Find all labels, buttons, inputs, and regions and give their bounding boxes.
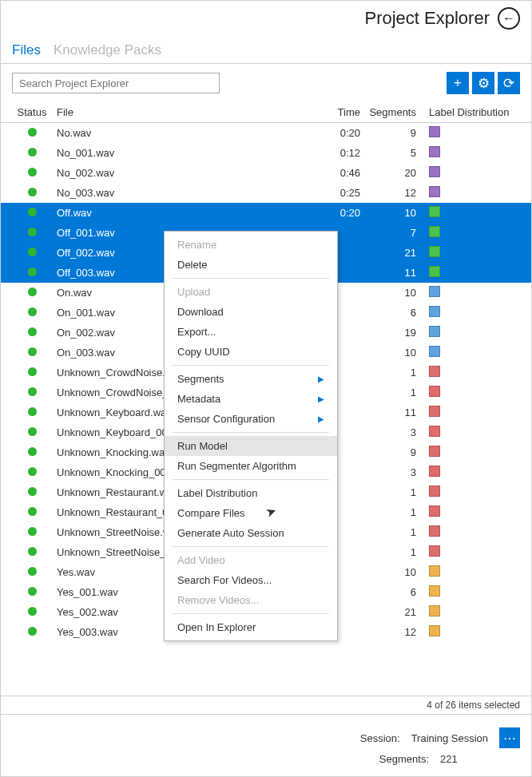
cell-file: No_003.wav	[52, 187, 312, 199]
col-header-label[interactable]: Label Distribution	[424, 106, 520, 118]
status-dot-icon	[28, 307, 37, 316]
col-header-segments[interactable]: Segments	[360, 106, 424, 118]
settings-button[interactable]: ⚙	[472, 72, 494, 94]
context-menu-separator	[173, 365, 329, 366]
label-swatch-icon	[429, 505, 440, 517]
cell-segments: 1	[360, 546, 424, 558]
status-dot-icon	[28, 128, 37, 137]
cell-segments: 6	[360, 586, 424, 598]
status-dot-icon	[28, 347, 37, 356]
status-dot-icon	[28, 367, 37, 376]
status-dot-icon	[28, 148, 37, 157]
context-menu-item[interactable]: Segments▶	[165, 369, 337, 389]
context-menu-label: Upload	[177, 286, 210, 298]
col-header-status[interactable]: Status	[12, 106, 52, 118]
session-more-button[interactable]: ⋯	[499, 727, 520, 748]
context-menu[interactable]: RenameDeleteUploadDownloadExport...Copy …	[164, 231, 338, 641]
label-swatch-icon	[429, 126, 440, 137]
context-menu-item[interactable]: Run Segmenter Algorithm	[165, 456, 337, 476]
context-menu-item[interactable]: Delete	[165, 255, 337, 275]
status-dot-icon	[28, 228, 37, 236]
chevron-right-icon: ▶	[318, 414, 324, 423]
cell-file: No_001.wav	[52, 147, 312, 159]
label-swatch-icon	[429, 226, 440, 237]
label-swatch-icon	[429, 246, 440, 257]
cell-segments: 12	[360, 626, 424, 638]
cell-segments: 9	[360, 446, 424, 458]
context-menu-item[interactable]: Compare Files	[165, 503, 337, 523]
header: Project Explorer ←	[1, 1, 531, 36]
refresh-button[interactable]: ⟳	[498, 72, 520, 94]
col-header-time[interactable]: Time	[312, 106, 360, 118]
col-header-file[interactable]: File	[52, 106, 312, 118]
cell-time: 0:25	[312, 187, 360, 199]
context-menu-item[interactable]: Sensor Configuration▶	[165, 409, 337, 429]
cell-segments: 20	[360, 167, 424, 179]
session-label: Session:	[360, 732, 400, 744]
table-row[interactable]: Off.wav0:2010	[1, 203, 531, 223]
cell-segments: 5	[360, 147, 424, 159]
cell-segments: 10	[360, 287, 424, 299]
table-row[interactable]: No_003.wav0:2512	[1, 183, 531, 203]
status-dot-icon	[28, 208, 37, 216]
context-menu-separator	[173, 432, 329, 433]
label-swatch-icon	[429, 326, 440, 337]
cell-segments: 1	[360, 506, 424, 518]
table-row[interactable]: No_002.wav0:4620	[1, 163, 531, 183]
table-header: Status File Time Segments Label Distribu…	[1, 102, 531, 123]
context-menu-item: Rename	[165, 235, 337, 255]
label-swatch-icon	[429, 266, 440, 277]
back-button[interactable]: ←	[498, 7, 520, 30]
context-menu-item[interactable]: Metadata▶	[165, 389, 337, 409]
add-button[interactable]: +	[447, 72, 469, 94]
cell-segments: 10	[360, 566, 424, 578]
segments-value: 221	[440, 753, 488, 765]
cell-segments: 3	[360, 426, 424, 438]
context-menu-separator	[173, 479, 329, 480]
tabs: Files Knowledge Packs	[1, 36, 531, 64]
context-menu-item[interactable]: Search For Videos...	[165, 570, 337, 590]
cell-segments: 9	[360, 127, 424, 139]
label-swatch-icon	[429, 545, 440, 557]
status-dot-icon	[28, 248, 37, 256]
status-dot-icon	[28, 327, 37, 336]
status-dot-icon	[28, 407, 37, 416]
gear-icon: ⚙	[478, 75, 490, 92]
cell-segments: 11	[360, 406, 424, 418]
context-menu-item[interactable]: Open In Explorer	[165, 617, 337, 637]
status-dot-icon	[28, 287, 37, 296]
cell-segments: 21	[360, 247, 424, 259]
tab-knowledge-packs[interactable]: Knowledge Packs	[54, 42, 161, 58]
label-swatch-icon	[429, 446, 440, 457]
label-swatch-icon	[429, 286, 440, 297]
context-menu-item[interactable]: Run Model	[165, 436, 337, 456]
context-menu-item[interactable]: Label Distribution	[165, 483, 337, 503]
plus-icon: +	[454, 75, 462, 91]
cell-segments: 19	[360, 327, 424, 339]
tab-files[interactable]: Files	[12, 42, 41, 58]
context-menu-label: Compare Files	[177, 507, 245, 519]
cell-segments: 7	[360, 227, 424, 239]
context-menu-label: Delete	[177, 259, 208, 271]
label-swatch-icon	[429, 306, 440, 317]
context-menu-item[interactable]: Download	[165, 302, 337, 322]
status-dot-icon	[28, 527, 37, 536]
context-menu-item[interactable]: Generate Auto Session	[165, 523, 337, 543]
context-menu-label: Copy UUID	[177, 346, 230, 358]
label-swatch-icon	[429, 565, 440, 577]
cell-file: Off.wav	[52, 207, 312, 219]
cell-segments: 3	[360, 466, 424, 478]
label-swatch-icon	[429, 386, 440, 397]
table-row[interactable]: No_001.wav0:125	[1, 143, 531, 163]
context-menu-label: Remove Videos...	[177, 594, 259, 606]
search-input[interactable]	[12, 73, 220, 93]
context-menu-item[interactable]: Export...	[165, 322, 337, 342]
cell-time: 0:46	[312, 167, 360, 179]
arrow-left-icon: ←	[502, 12, 515, 25]
label-swatch-icon	[429, 366, 440, 377]
cell-time: 0:12	[312, 147, 360, 159]
cell-segments: 6	[360, 307, 424, 319]
context-menu-item[interactable]: Copy UUID	[165, 342, 337, 362]
context-menu-item: Add Video	[165, 550, 337, 570]
table-row[interactable]: No.wav0:209	[1, 123, 531, 143]
